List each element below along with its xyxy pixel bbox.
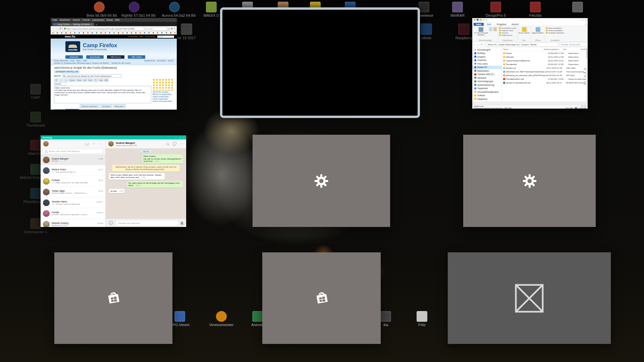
bbcode-button[interactable]: Quote [69, 78, 75, 82]
window-file-explorer[interactable]: ⟳ ▾ – □ × Datei Start Freigeben Ansicht … [472, 18, 588, 109]
menu-item[interactable]: Bearbeiten [60, 19, 70, 21]
message-textarea[interactable]: Hallo zusammen, ich habe das Script aus … [54, 86, 151, 103]
ribbon-command[interactable]: Alles auswählen [546, 27, 564, 29]
post-option-tab[interactable]: Dateianhänge [65, 109, 79, 110]
ribbon-tab-datei[interactable]: Datei [474, 23, 484, 26]
tab-close-icon[interactable]: × [91, 23, 93, 25]
sidebar-item[interactable]: Outlook [472, 94, 502, 98]
ribbon-command[interactable]: Kopieren nach [499, 29, 516, 32]
menu-item[interactable]: Lesezeichen [92, 19, 104, 21]
window-settings-placeholder-2[interactable] [463, 135, 596, 227]
file-row[interactable]: dropbox.url 24.11.2015 11:18 URL-Datei 1… [502, 66, 588, 70]
forward-icon[interactable]: → [56, 27, 58, 30]
contact-avatar[interactable] [108, 141, 114, 146]
bbcode-button[interactable]: List [83, 78, 87, 82]
explorer-search-input[interactable]: "Mozilla" durchsuchen [559, 42, 586, 47]
column-header-type[interactable]: Typ [562, 47, 580, 51]
message-bubble[interactable]: Nicht so gut. Macht aber noch mal eine S… [109, 173, 165, 180]
smilies-link[interactable]: [img] ist eingeschaltet [153, 95, 173, 98]
file-row[interactable]: samba-4.2.0predswin32.zip 28.12.2014 15:… [502, 81, 588, 84]
maximize-button[interactable]: □ [582, 19, 583, 21]
desktop-icon[interactable]: Fritz [409, 311, 435, 327]
sidebar-item[interactable]: Schnellzugriff [472, 48, 502, 52]
back-icon[interactable]: ← [52, 27, 55, 30]
window-store-placeholder-1[interactable] [54, 252, 172, 344]
sidebar-item[interactable]: Toshiba HDD (K:) [472, 73, 502, 76]
properties-icon[interactable] [536, 27, 540, 32]
search-icon[interactable] [166, 143, 169, 145]
chat-list-item[interactable]: Melanie Kesting Freitag Dankeschön Fritz [41, 219, 105, 227]
chat-search-input[interactable]: Suchen oder neuen Chat beginnen [43, 149, 103, 154]
message-bubble[interactable]: Ja bitte 13:58 [109, 189, 124, 193]
copy-icon[interactable] [489, 27, 492, 31]
microphone-icon[interactable] [181, 222, 183, 224]
site-nav-button[interactable]: Startseite [65, 55, 83, 59]
new-chat-icon[interactable]: + [93, 142, 95, 145]
thumbnails-view-button[interactable] [584, 105, 586, 108]
bbcode-button[interactable]: Img [99, 78, 103, 82]
chat-list-item[interactable]: Fußball 10:30 ✓✓ Hallo zusammen, ich hab… [41, 176, 105, 187]
ribbon-command[interactable]: Auswahl umkehren [546, 32, 564, 34]
save-icon[interactable] [477, 19, 479, 21]
file-row[interactable]: adressing_list_elements_files-137d7744-b… [502, 73, 588, 77]
contact-name[interactable]: Gudrun Bangert [116, 141, 137, 144]
new-tab-button[interactable]: + [96, 23, 98, 26]
status-icon[interactable] [85, 142, 89, 145]
pin-icon[interactable] [479, 27, 483, 32]
bbcode-button[interactable]: B [54, 78, 58, 82]
site-nav-button[interactable]: Hilfe-Forum [107, 55, 124, 59]
file-row[interactable]: Kalender 24.01.2015 12:38 Dateiordner [502, 55, 588, 59]
chat-list-item[interactable]: Jennifer Hahm Gestern ✓✓ Ok dann weiß ic… [41, 197, 105, 208]
back-icon[interactable]: ← [474, 43, 476, 46]
sidebar-item[interactable]: Papierkorb [472, 87, 502, 90]
ribbon-command[interactable]: Nichts auswählen [546, 29, 564, 32]
breadcrumb-part[interactable]: Lokaler Datenträger (D:) [498, 44, 520, 46]
site-nav-button[interactable]: Downloads [86, 55, 104, 59]
sidebar-item[interactable]: Raspberry [472, 97, 502, 101]
sidebar-item[interactable]: Desktop [472, 52, 502, 55]
font-size-select[interactable]: Normal [54, 82, 66, 85]
close-button[interactable]: × [183, 136, 184, 139]
attach-icon[interactable] [172, 141, 177, 146]
message-bubble[interactable]: Hallo Gudrun, wie war es mit der neuen Ü… [142, 154, 183, 164]
column-header-date[interactable]: Änderungsdatum [543, 47, 562, 51]
smilies-link[interactable]: Smilies sind eingeschaltet [153, 100, 173, 102]
column-header-name[interactable]: Name [502, 47, 543, 51]
menu-item[interactable]: Chronik [82, 19, 90, 21]
chat-list-item[interactable]: Familie Gestern Jennifer: Schoooooon gem… [41, 208, 105, 219]
forward-icon[interactable]: → [477, 43, 480, 46]
message-bubble[interactable]: Ok, dann lasse ich die Anzeige auf der H… [127, 181, 183, 188]
ribbon-command[interactable]: Löschen [499, 32, 516, 34]
breadcrumb[interactable]: Dieser PC Lokaler Datenträger (D:) Dropb… [486, 42, 558, 47]
breadcrumb-part[interactable]: Dropbox [521, 44, 529, 46]
post-button[interactable]: Absenden [113, 104, 125, 108]
file-row[interactable]: FritzAlberts2017.pdf 27.09.2017 13:52 Ad… [502, 77, 588, 81]
chat-list-item[interactable]: Markus Kranz 11:17 ✓✓ Das mache ich das … [41, 165, 105, 176]
details-view-button[interactable] [581, 105, 583, 108]
forum-breadcrumb[interactable]: Zurück zu „Anpassungen (Erweiterungen, S… [54, 62, 173, 64]
up-icon[interactable]: ↑ [484, 43, 485, 46]
sidebar-item[interactable]: OneDrive [472, 59, 502, 62]
breadcrumb-part[interactable]: Mozilla [530, 44, 537, 46]
window-settings-placeholder-1[interactable] [253, 135, 390, 227]
sidebar-item[interactable]: Dropbox [472, 55, 502, 59]
sidebar-item[interactable]: Heimnetzgruppe [472, 80, 502, 83]
sidebar-item[interactable]: Fritz Ulrich [472, 62, 502, 66]
post-button[interactable]: Vorschau [100, 104, 112, 108]
window-whatsapp[interactable]: WhatsApp – □ × + ⋯ [41, 135, 186, 227]
help-icon[interactable]: ? [585, 23, 586, 26]
dropdown-icon[interactable]: ∨ [481, 43, 483, 46]
bookmarks-toolbar[interactable] [51, 32, 177, 35]
menu-item[interactable]: Datei [52, 19, 57, 21]
sidebar-item[interactable]: Bibliotheken [472, 69, 502, 73]
desktop-icon[interactable]: Vereinsmeister [209, 311, 234, 327]
chat-list-item[interactable]: Gudrun Bangert 13:58 Ja bitte [41, 155, 105, 165]
sidebar-item[interactable]: HouseWithoutBorders [472, 90, 502, 94]
menu-item[interactable]: Hilfe [115, 19, 119, 21]
hamburger-menu-icon[interactable]: ≡ [174, 27, 175, 30]
mozilla-search-input[interactable]: Suche [157, 36, 174, 38]
sidebar-item[interactable]: Netzwerk [472, 76, 502, 80]
file-row[interactable]: Vollversion mit .NET Framework Download-… [502, 70, 588, 73]
bbcode-button[interactable]: URL [104, 78, 109, 82]
ribbon-tab-start[interactable]: Start [484, 22, 494, 26]
